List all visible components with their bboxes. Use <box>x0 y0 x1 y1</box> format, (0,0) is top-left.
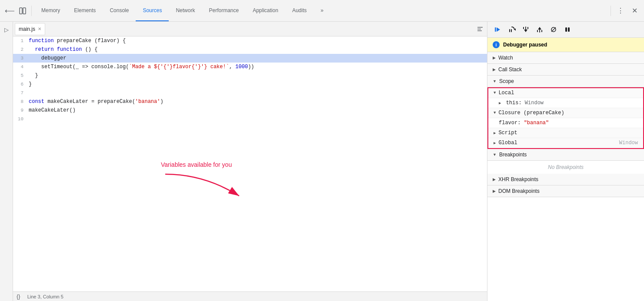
scope-this-colon: : <box>518 100 524 106</box>
code-line-7: 7 <box>13 89 487 97</box>
svg-marker-11 <box>524 30 527 32</box>
divider <box>31 6 32 16</box>
tab-performance[interactable]: Performance <box>202 0 246 21</box>
dom-label: DOM Breakpoints <box>498 188 540 194</box>
line-content-5: } <box>29 73 38 79</box>
scope-section-header[interactable]: ▼ Scope <box>487 76 644 87</box>
global-label: Global <box>498 140 517 146</box>
close-devtools-icon[interactable]: ✕ <box>628 5 641 17</box>
scope-flavor-key: flavor <box>499 120 517 126</box>
code-line-10: 10 <box>13 115 487 123</box>
debugger-banner-text: Debugger paused <box>503 42 547 48</box>
scope-script-header[interactable]: ▶ Script <box>488 128 643 138</box>
tab-memory[interactable]: Memory <box>34 0 67 21</box>
devtools-layout-icon[interactable] <box>17 5 29 17</box>
line-content-9: makeCakeLater() <box>29 107 76 113</box>
code-line-2: 2 return function () { <box>13 45 487 54</box>
tab-elements[interactable]: Elements <box>67 0 103 21</box>
sources-toggle-icon[interactable]: ▷ <box>1 24 12 35</box>
svg-marker-15 <box>538 27 541 30</box>
closure-triangle: ▼ <box>494 111 496 115</box>
code-line-6: 6 } <box>13 80 487 89</box>
xhr-label: XHR Breakpoints <box>498 176 538 182</box>
editor-format-icon[interactable] <box>475 24 485 34</box>
toolbar-right: ⋮ ✕ <box>609 5 641 17</box>
tab-audits[interactable]: Audits <box>285 0 314 21</box>
code-line-1: 1 function prepareCake (flavor) { <box>13 36 487 45</box>
scope-flavor-value: "banana" <box>524 120 549 126</box>
code-line-5: 5 } <box>13 71 487 80</box>
line-content-1: function prepareCake (flavor) { <box>29 38 126 44</box>
svg-rect-20 <box>568 27 570 32</box>
line-num-7: 7 <box>13 90 29 96</box>
svg-rect-4 <box>477 30 482 31</box>
info-icon: i <box>493 41 500 48</box>
line-content-3: debugger <box>29 55 66 61</box>
annotation-text: Variables available for you <box>161 161 248 168</box>
scope-this-key: this <box>506 100 519 106</box>
watch-section-header[interactable]: ▶ Watch <box>487 52 644 64</box>
editor-tab-mainjs[interactable]: main.js ✕ <box>15 23 45 35</box>
svg-rect-9 <box>511 29 512 32</box>
pause-exceptions-button[interactable] <box>562 24 573 35</box>
line-num-4: 4 <box>13 64 29 69</box>
watch-triangle: ▶ <box>493 56 496 60</box>
tab-bar: Memory Elements Console Sources Network … <box>34 0 330 21</box>
xhr-breakpoints-section-header[interactable]: ▶ XHR Breakpoints <box>487 174 644 185</box>
debug-toolbar <box>487 22 644 38</box>
more-options-icon[interactable]: ⋮ <box>614 5 627 17</box>
scope-local-header[interactable]: ▼ Local <box>488 88 643 98</box>
line-content-4: setTimeout(_ => console.log(`Made a ${'{… <box>29 64 254 70</box>
scope-closure-flavor[interactable]: flavor: "banana" <box>488 118 643 128</box>
local-label: Local <box>498 90 514 96</box>
step-into-button[interactable] <box>521 24 531 35</box>
line-num-9: 9 <box>13 108 29 113</box>
code-line-8: 8 const makeCakeLater = prepareCake('ban… <box>13 97 487 106</box>
tab-application[interactable]: Application <box>246 0 285 21</box>
line-num-5: 5 <box>13 73 29 78</box>
code-line-3: 3 debugger <box>13 54 487 63</box>
xhr-triangle: ▶ <box>493 177 496 182</box>
svg-rect-0 <box>20 8 22 14</box>
svg-rect-13 <box>527 27 528 29</box>
global-value: Window <box>619 140 638 146</box>
status-brace: {} <box>17 293 20 300</box>
right-panel: i Debugger paused ▶ Watch ▶ Call Stack ▼… <box>487 22 644 301</box>
scope-local-this[interactable]: ▶ this: Window <box>488 98 643 108</box>
annotation-arrow <box>161 170 248 205</box>
scope-global-header[interactable]: ▶ Global Window <box>488 138 643 148</box>
svg-rect-3 <box>477 29 481 30</box>
dom-breakpoints-section-header[interactable]: ▶ DOM Breakpoints <box>487 185 644 197</box>
svg-rect-6 <box>495 27 496 32</box>
svg-rect-1 <box>23 8 26 14</box>
tab-sources[interactable]: Sources <box>136 0 169 21</box>
scope-closure-header[interactable]: ▼ Closure (prepareCake) <box>488 108 643 118</box>
devtools-dock-icon[interactable]: ⟵ <box>3 5 16 17</box>
watch-label: Watch <box>498 55 513 61</box>
call-stack-section-header[interactable]: ▶ Call Stack <box>487 64 644 76</box>
line-content-6: } <box>29 81 32 87</box>
tab-network[interactable]: Network <box>169 0 202 21</box>
breakpoints-label: Breakpoints <box>499 152 527 158</box>
step-out-button[interactable] <box>534 24 545 35</box>
scope-content: ▼ Local ▶ this: Window ▼ Closure (prepar… <box>487 87 644 149</box>
tab-more[interactable]: » <box>314 0 330 21</box>
breakpoints-section-header[interactable]: ▼ Breakpoints <box>487 149 644 161</box>
editor-tab-close[interactable]: ✕ <box>38 26 41 31</box>
closure-label: Closure (prepareCake) <box>498 110 564 116</box>
deactivate-button[interactable] <box>548 24 559 35</box>
script-label: Script <box>498 130 517 136</box>
resume-button[interactable] <box>493 24 503 35</box>
status-position: Line 3, Column 5 <box>27 294 63 299</box>
line-content-8: const makeCakeLater = prepareCake('banan… <box>29 99 164 105</box>
scope-triangle: ▼ <box>493 79 497 83</box>
code-editor[interactable]: 1 function prepareCake (flavor) { 2 retu… <box>13 36 487 291</box>
scope-this-value: Window <box>525 100 544 106</box>
scope-flavor-colon: : <box>517 120 524 126</box>
step-over-button[interactable] <box>507 24 517 35</box>
call-stack-triangle: ▶ <box>493 67 496 72</box>
line-num-1: 1 <box>13 38 29 43</box>
annotation-container: Variables available for you <box>161 161 248 205</box>
editor-tab-filename: main.js <box>19 26 35 32</box>
tab-console[interactable]: Console <box>103 0 136 21</box>
